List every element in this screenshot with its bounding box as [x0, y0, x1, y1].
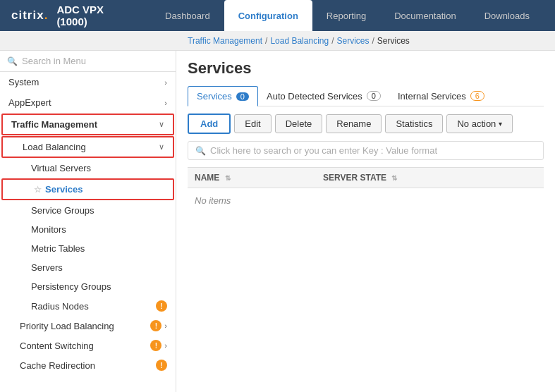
- sidebar-item-appexpert[interactable]: AppExpert ›: [0, 92, 176, 113]
- sidebar-sg-label: Service Groups: [31, 205, 94, 216]
- col-name: NAME ⇅: [188, 168, 316, 188]
- chevron-right-icon-cs: ›: [164, 341, 167, 350]
- sidebar-mt-label: Metric Tables: [31, 243, 85, 254]
- sidebar-lb-label: Load Balancing: [23, 142, 86, 152]
- sort-icon-state: ⇅: [391, 174, 397, 182]
- tab-auto-detected[interactable]: Auto Detected Services 0: [258, 87, 389, 106]
- sidebar-cr-label: Cache Redirection: [20, 360, 95, 371]
- sort-icon-name: ⇅: [225, 174, 231, 182]
- no-action-label: No action: [457, 118, 496, 129]
- dropdown-icon: ▾: [499, 120, 502, 128]
- sidebar-item-persistency-groups[interactable]: Persistency Groups: [0, 277, 176, 296]
- empty-message: No items: [188, 188, 544, 214]
- chevron-right-icon-appexpert: ›: [164, 99, 167, 107]
- sidebar-rn-label: Radius Nodes: [31, 301, 89, 312]
- tab-auto-label: Auto Detected Services: [267, 91, 362, 102]
- app-title: ADC VPX (1000): [56, 4, 133, 27]
- tab-internal-label: Internal Services: [398, 91, 466, 102]
- sidebar-system-label: System: [8, 77, 39, 87]
- breadcrumb-services[interactable]: Services: [336, 36, 369, 46]
- statistics-button[interactable]: Statistics: [385, 114, 443, 133]
- sidebar-item-virtual-servers[interactable]: Virtual Servers: [0, 159, 176, 178]
- sidebar-servers-label: Servers: [31, 262, 63, 273]
- nav-tabs: Dashboard Configuration Reporting Docume…: [151, 0, 544, 31]
- col-server-state: SERVER STATE ⇅: [316, 168, 544, 188]
- tab-configuration[interactable]: Configuration: [224, 0, 312, 31]
- tab-services-badge: 0: [236, 92, 249, 101]
- sidebar-item-priority-lb[interactable]: Priority Load Balancing ! ›: [0, 316, 176, 336]
- sidebar-monitors-label: Monitors: [31, 224, 66, 235]
- breadcrumb-current: Services: [377, 36, 410, 46]
- page-title: Services: [188, 59, 544, 78]
- tab-internal-badge: 6: [470, 91, 484, 101]
- sidebar-search[interactable]: 🔍 Search in Menu: [0, 51, 176, 72]
- warn-icon-plb: !: [150, 320, 161, 331]
- sidebar-services-label: Services: [45, 184, 83, 195]
- chevron-right-icon-plb: ›: [164, 321, 167, 330]
- header: citrix. ADC VPX (1000) Dashboard Configu…: [0, 0, 555, 31]
- rename-button[interactable]: Rename: [326, 114, 382, 133]
- chevron-down-icon: ∨: [159, 120, 164, 129]
- sidebar-cs-label: Content Switching: [20, 341, 94, 351]
- warn-icon-cs: !: [150, 340, 161, 351]
- search-icon-content: 🔍: [195, 146, 206, 156]
- add-button[interactable]: Add: [188, 114, 231, 134]
- sidebar-item-servers[interactable]: Servers: [0, 258, 176, 277]
- chevron-right-icon: ›: [164, 78, 167, 87]
- tab-services[interactable]: Services 0: [188, 86, 258, 106]
- breadcrumb-traffic[interactable]: Traffic Management: [188, 36, 262, 46]
- sidebar-item-traffic-mgmt[interactable]: Traffic Management ∨: [1, 114, 174, 135]
- main-layout: 🔍 Search in Menu System › AppExpert › Tr…: [0, 51, 555, 392]
- sidebar-item-radius-nodes[interactable]: Radius Nodes !: [0, 296, 176, 316]
- no-action-button[interactable]: No action ▾: [446, 114, 513, 133]
- sidebar-item-cache-redirect[interactable]: Cache Redirection !: [0, 355, 176, 375]
- sidebar-item-monitors[interactable]: Monitors: [0, 220, 176, 239]
- sidebar: 🔍 Search in Menu System › AppExpert › Tr…: [0, 51, 176, 392]
- sidebar-plb-label: Priority Load Balancing: [20, 321, 114, 331]
- citrix-logo: citrix.: [11, 8, 48, 23]
- edit-button[interactable]: Edit: [234, 114, 271, 133]
- sidebar-item-services[interactable]: ☆ Services: [1, 178, 174, 200]
- sidebar-item-load-balancing[interactable]: Load Balancing ∨: [1, 136, 174, 158]
- search-placeholder: Search in Menu: [22, 56, 86, 66]
- sidebar-pg-label: Persistency Groups: [31, 281, 111, 292]
- tab-internal[interactable]: Internal Services 6: [389, 87, 493, 106]
- content-search[interactable]: 🔍 Click here to search or you can enter …: [188, 141, 544, 160]
- delete-button[interactable]: Delete: [275, 114, 323, 133]
- tab-reporting[interactable]: Reporting: [312, 0, 380, 31]
- data-table: NAME ⇅ SERVER STATE ⇅ No items: [188, 167, 544, 213]
- warn-icon-cr: !: [156, 360, 167, 371]
- action-bar: Add Edit Delete Rename Statistics No act…: [188, 114, 544, 134]
- tab-documentation[interactable]: Documentation: [380, 0, 470, 31]
- warn-icon-radius: !: [156, 300, 167, 312]
- sidebar-item-system[interactable]: System ›: [0, 72, 176, 92]
- tab-dashboard[interactable]: Dashboard: [151, 0, 224, 31]
- empty-row: No items: [188, 188, 544, 214]
- breadcrumb-lb[interactable]: Load Balancing: [270, 36, 329, 46]
- breadcrumb-sep-3: /: [372, 36, 374, 46]
- content-area: Services Services 0 Auto Detected Servic…: [176, 51, 555, 392]
- chevron-down-icon-lb: ∨: [159, 142, 164, 152]
- breadcrumb-sep-2: /: [331, 36, 334, 46]
- sidebar-vs-label: Virtual Servers: [31, 163, 91, 173]
- search-icon: 🔍: [7, 56, 18, 66]
- content-tabs: Services 0 Auto Detected Services 0 Inte…: [188, 86, 544, 106]
- sidebar-item-service-groups[interactable]: Service Groups: [0, 201, 176, 220]
- tab-services-label: Services: [197, 91, 232, 102]
- subnav-bar: Traffic Management / Load Balancing / Se…: [0, 31, 555, 51]
- search-hint: Click here to search or you can enter Ke…: [210, 145, 437, 156]
- sidebar-item-content-switching[interactable]: Content Switching ! ›: [0, 336, 176, 355]
- sidebar-traffic-label: Traffic Management: [11, 119, 97, 130]
- star-icon: ☆: [34, 185, 42, 195]
- logo: citrix. ADC VPX (1000): [11, 4, 133, 27]
- sidebar-appexpert-label: AppExpert: [8, 97, 51, 108]
- tab-downloads[interactable]: Downloads: [470, 0, 544, 31]
- breadcrumb-sep-1: /: [265, 36, 267, 46]
- col-name-label: NAME: [195, 173, 219, 183]
- col-state-label: SERVER STATE: [323, 173, 386, 183]
- tab-auto-badge: 0: [367, 91, 381, 101]
- sidebar-item-metric-tables[interactable]: Metric Tables: [0, 239, 176, 258]
